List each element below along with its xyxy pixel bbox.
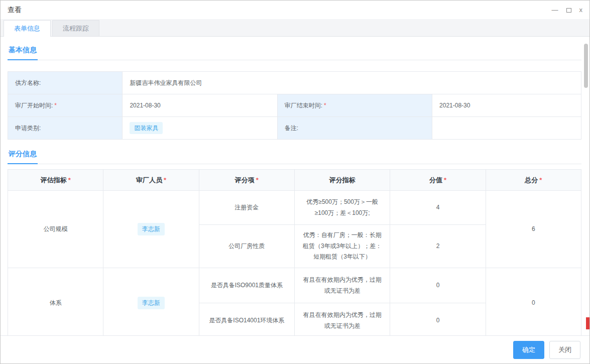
criteria-cell: 有且在有效期内为优秀，过期或无证书为差 — [294, 303, 390, 336]
table-row: 公司规模 李志新 注册资金 优秀≥500万；500万＞一般≥100万；差＜100… — [8, 191, 581, 225]
basic-info-title: 基本信息 — [8, 42, 38, 60]
required-mark: * — [164, 176, 166, 184]
remark-value — [432, 117, 581, 140]
required-mark: * — [539, 176, 542, 184]
audit-start-label-text: 审厂开始时间: — [15, 102, 53, 109]
vertical-scrollbar-thumb[interactable] — [584, 44, 588, 88]
item-cell: 是否具备ISO14001环境体系 — [199, 303, 294, 336]
indicator-cell: 公司规模 — [8, 191, 103, 268]
tab-bar: 表单信息 流程跟踪 — [1, 19, 589, 37]
auditor-tag: 李志新 — [138, 297, 165, 309]
score-cell: 4 — [390, 191, 486, 225]
required-mark: * — [68, 176, 71, 184]
score-cell: 2 — [390, 225, 486, 268]
col-auditor: 审厂人员* — [103, 170, 199, 191]
category-label: 申请类别: — [8, 117, 123, 140]
dialog-footer: 确定 关闭 — [1, 335, 589, 363]
indicator-cell: 体系 — [8, 268, 103, 336]
audit-end-label: 审厂结束时间:* — [277, 94, 432, 117]
table-row: 供方名称: 新疆吉丰伟业家具有限公司 — [8, 72, 581, 94]
col-indicator-label: 评估指标 — [41, 176, 67, 184]
item-cell: 是否具备ISO9001质量体系 — [199, 268, 294, 303]
dialog-content: 基本信息 供方名称: 新疆吉丰伟业家具有限公司 审厂开始时间:* 2021-08… — [1, 37, 589, 335]
audit-end-value: 2021-08-30 — [432, 94, 581, 117]
col-indicator: 评估指标* — [8, 170, 103, 191]
required-mark: * — [324, 102, 326, 109]
total-cell: 0 — [486, 268, 581, 336]
col-item-label: 评分项 — [235, 176, 255, 184]
col-item: 评分项* — [199, 170, 294, 191]
basic-info-section-head: 基本信息 — [8, 42, 581, 60]
confirm-button[interactable]: 确定 — [513, 341, 544, 359]
score-cell: 0 — [390, 303, 486, 336]
tab-process-tracking[interactable]: 流程跟踪 — [52, 20, 99, 36]
audit-start-label: 审厂开始时间:* — [8, 94, 123, 117]
basic-info-table: 供方名称: 新疆吉丰伟业家具有限公司 审厂开始时间:* 2021-08-30 审… — [8, 71, 581, 140]
col-score-label: 分值 — [429, 176, 442, 184]
item-cell: 注册资金 — [199, 191, 294, 225]
col-total-label: 总分 — [525, 176, 538, 184]
col-criteria-label: 评分指标 — [329, 176, 356, 184]
criteria-cell: 有且在有效期内为优秀，过期或无证书为差 — [294, 268, 390, 303]
close-button[interactable]: 关闭 — [549, 341, 580, 359]
auditor-cell: 李志新 — [103, 191, 199, 268]
required-mark: * — [256, 176, 259, 184]
item-cell: 公司厂房性质 — [199, 225, 294, 268]
col-total: 总分* — [486, 170, 581, 191]
category-value: 固装家具 — [123, 117, 277, 140]
col-criteria: 评分指标 — [294, 170, 390, 191]
view-dialog: 查看 — x 表单信息 流程跟踪 基本信息 供方名称: 新疆吉丰伟业家具有限公司… — [0, 0, 590, 364]
supplier-name-value: 新疆吉丰伟业家具有限公司 — [123, 72, 581, 94]
audit-start-value: 2021-08-30 — [123, 94, 277, 117]
score-table: 评估指标* 审厂人员* 评分项* 评分指标 分值* 总分* 公司规模 李志新 注… — [8, 169, 581, 335]
window-controls: — x — [552, 7, 583, 13]
auditor-tag: 李志新 — [138, 223, 165, 235]
col-auditor-label: 审厂人员 — [136, 176, 162, 184]
total-cell: 6 — [486, 191, 581, 268]
col-score: 分值* — [390, 170, 486, 191]
tab-form-info[interactable]: 表单信息 — [4, 20, 51, 37]
required-mark: * — [444, 176, 446, 184]
table-row: 申请类别: 固装家具 备注: — [8, 117, 581, 140]
restore-icon[interactable] — [566, 8, 571, 13]
criteria-cell: 优秀：自有厂房；一般：长期租赁（3年或3年以上）；差：短期租赁（3年以下） — [294, 225, 390, 268]
dialog-title: 查看 — [8, 6, 22, 15]
score-info-section-head: 评分信息 — [8, 146, 581, 164]
close-icon[interactable]: x — [579, 7, 583, 13]
auditor-cell: 李志新 — [103, 268, 199, 336]
dialog-titlebar: 查看 — x — [1, 1, 589, 19]
audit-end-label-text: 审厂结束时间: — [285, 102, 322, 109]
remark-label: 备注: — [277, 117, 432, 140]
score-cell: 0 — [390, 268, 486, 303]
scroll-end-marker — [586, 317, 589, 329]
criteria-cell: 优秀≥500万；500万＞一般≥100万；差＜100万; — [294, 191, 390, 225]
minimize-icon[interactable]: — — [552, 7, 558, 13]
required-mark: * — [54, 102, 57, 109]
score-info-title: 评分信息 — [8, 146, 38, 164]
table-row: 体系 李志新 是否具备ISO9001质量体系 有且在有效期内为优秀，过期或无证书… — [8, 268, 581, 303]
table-row: 审厂开始时间:* 2021-08-30 审厂结束时间:* 2021-08-30 — [8, 94, 581, 117]
table-header-row: 评估指标* 审厂人员* 评分项* 评分指标 分值* 总分* — [8, 170, 581, 191]
supplier-name-label: 供方名称: — [8, 72, 123, 94]
category-tag: 固装家具 — [130, 122, 163, 134]
